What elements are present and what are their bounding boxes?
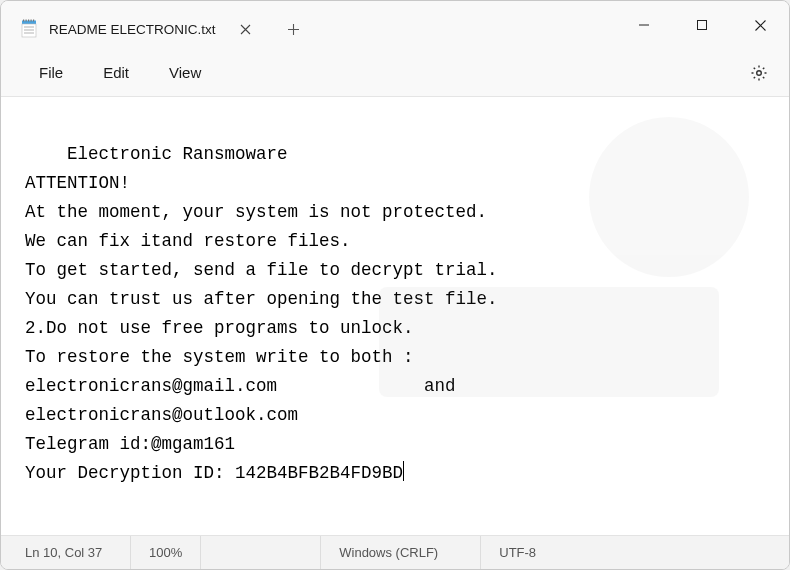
svg-rect-2 xyxy=(26,20,27,22)
status-encoding: UTF-8 xyxy=(481,536,581,569)
line: We can fix itand restore files. xyxy=(25,231,351,251)
svg-rect-11 xyxy=(698,21,707,30)
close-button[interactable] xyxy=(731,1,789,49)
svg-rect-3 xyxy=(28,20,29,22)
line: At the moment, your system is not protec… xyxy=(25,202,487,222)
notepad-icon xyxy=(19,19,39,39)
svg-rect-6 xyxy=(22,24,36,37)
new-tab-button[interactable] xyxy=(275,11,311,47)
tab-close-button[interactable] xyxy=(231,15,259,43)
titlebar: README ELECTRONIC.txt xyxy=(1,1,789,49)
tab-title: README ELECTRONIC.txt xyxy=(49,22,216,37)
tab[interactable]: README ELECTRONIC.txt xyxy=(9,11,269,47)
svg-rect-4 xyxy=(31,20,32,22)
line: electronicrans@gmail.com and xyxy=(25,376,456,396)
line: To get started, send a file to decrypt t… xyxy=(25,260,498,280)
window-controls xyxy=(615,1,789,49)
line: Your Decryption ID: 142B4BFB2B4FD9BD xyxy=(25,463,403,483)
line: To restore the system write to both : xyxy=(25,347,414,367)
svg-point-12 xyxy=(757,70,762,75)
svg-point-13 xyxy=(589,117,749,277)
minimize-button[interactable] xyxy=(615,1,673,49)
maximize-button[interactable] xyxy=(673,1,731,49)
status-line-ending: Windows (CRLF) xyxy=(321,536,481,569)
line: Telegram id:@mgam161 xyxy=(25,434,235,454)
text-caret xyxy=(403,461,404,481)
menu-view[interactable]: View xyxy=(149,56,221,89)
line: ATTENTION! xyxy=(25,173,130,193)
status-position: Ln 10, Col 37 xyxy=(1,536,131,569)
line: electronicrans@outlook.com xyxy=(25,405,298,425)
menu-edit[interactable]: Edit xyxy=(83,56,149,89)
line: You can trust us after opening the test … xyxy=(25,289,498,309)
status-spacer xyxy=(201,536,321,569)
line: Electronic Ransmoware xyxy=(67,144,288,164)
line: 2.Do not use free programs to unlock. xyxy=(25,318,414,338)
status-zoom[interactable]: 100% xyxy=(131,536,201,569)
menubar: File Edit View xyxy=(1,49,789,97)
menu-file[interactable]: File xyxy=(19,56,83,89)
svg-rect-1 xyxy=(23,20,24,22)
statusbar: Ln 10, Col 37 100% Windows (CRLF) UTF-8 xyxy=(1,535,789,569)
settings-button[interactable] xyxy=(739,53,779,93)
text-editor[interactable]: Electronic Ransmoware ATTENTION! At the … xyxy=(1,97,789,535)
notepad-window: README ELECTRONIC.txt File Edit View xyxy=(0,0,790,570)
svg-rect-5 xyxy=(33,20,34,22)
